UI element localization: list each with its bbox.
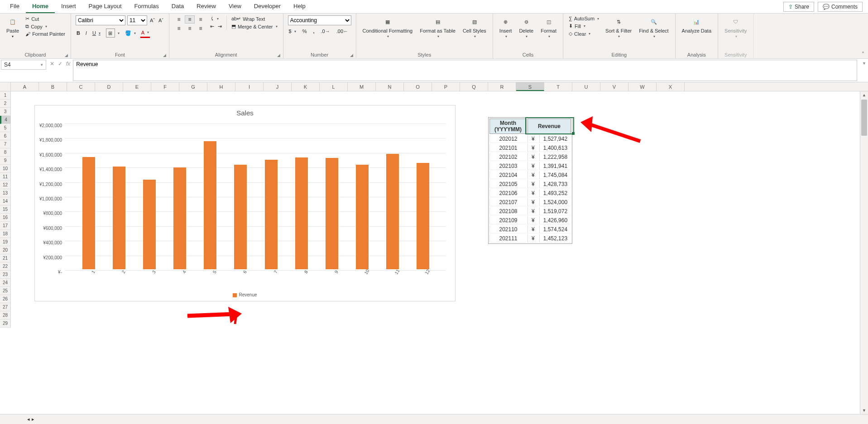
row-head-17[interactable]: 17 <box>0 222 11 230</box>
orientation-button[interactable]: ⤹ <box>209 15 223 22</box>
chart-bar[interactable] <box>265 160 278 269</box>
underline-button[interactable]: U <box>91 28 101 38</box>
table-row[interactable]: 202105 ¥ 1,428,733 <box>489 180 571 188</box>
table-row[interactable]: 202110 ¥ 1,574,524 <box>489 225 571 233</box>
tab-view[interactable]: View <box>222 0 248 13</box>
next-sheet-icon[interactable]: ▸ <box>32 416 34 422</box>
cut-button[interactable]: ✂ Cut <box>24 15 66 22</box>
cell-currency[interactable]: ¥ <box>528 171 538 179</box>
col-head-M[interactable]: M <box>348 82 376 91</box>
col-head-W[interactable]: W <box>628 82 657 91</box>
vertical-scrollbar[interactable]: ▲▼ <box>860 91 868 414</box>
table-row[interactable]: 202102 ¥ 1,222,958 <box>489 153 571 161</box>
sheet-tab-bar[interactable]: ◂ ▸ <box>0 414 868 424</box>
cell-month[interactable]: 202107 <box>489 198 527 206</box>
fill-color-button[interactable]: 🪣 <box>124 28 137 38</box>
merge-center-button[interactable]: ⬒ Merge & Center <box>230 23 278 30</box>
data-table[interactable]: Month (YYYYMM) Revenue 202012 ¥ 1,527,94… <box>488 117 572 244</box>
col-head-G[interactable]: G <box>179 82 207 91</box>
name-box[interactable]: S4▾ <box>1 60 46 70</box>
font-size-select[interactable]: 11 <box>127 15 147 25</box>
tab-page-layout[interactable]: Page Layout <box>82 0 128 13</box>
cell-value[interactable]: 1,524,000 <box>539 198 571 206</box>
italic-button[interactable]: I <box>85 28 88 38</box>
cell-month[interactable]: 202110 <box>489 225 527 233</box>
row-head-15[interactable]: 15 <box>0 205 11 214</box>
prev-sheet-icon[interactable]: ◂ <box>27 416 30 422</box>
increase-indent-button[interactable]: ⇥ <box>217 23 223 30</box>
find-select-button[interactable]: 🔍Find & Select <box>637 15 670 39</box>
bold-button[interactable]: B <box>76 28 81 38</box>
decrease-indent-button[interactable]: ⇤ <box>209 23 215 30</box>
col-head-K[interactable]: K <box>292 82 320 91</box>
cancel-formula-icon[interactable]: ✕ <box>50 61 54 67</box>
decrease-decimal-button[interactable]: .00← <box>336 28 349 34</box>
cell-currency[interactable]: ¥ <box>528 225 538 233</box>
row-head-12[interactable]: 12 <box>0 181 11 189</box>
increase-decimal-button[interactable]: .0→ <box>320 28 331 34</box>
clear-button[interactable]: ◇ Clear <box>568 30 600 37</box>
row-head-1[interactable]: 1 <box>0 91 11 100</box>
col-head-C[interactable]: C <box>67 82 95 91</box>
cell-currency[interactable]: ¥ <box>528 198 538 206</box>
chart-bar[interactable] <box>143 180 156 269</box>
row-head-22[interactable]: 22 <box>0 262 11 271</box>
decrease-font-button[interactable]: Aˇ <box>158 15 164 25</box>
cell-value[interactable]: 1,745,084 <box>539 171 571 179</box>
collapse-ribbon-button[interactable]: ˄ <box>858 50 868 58</box>
cell-currency[interactable]: ¥ <box>528 207 538 215</box>
col-head-E[interactable]: E <box>123 82 151 91</box>
insert-cells-button[interactable]: ⊕Insert <box>498 15 514 39</box>
cell-value[interactable]: 1,391,941 <box>539 162 571 170</box>
tab-review[interactable]: Review <box>190 0 222 13</box>
cell-value[interactable]: 1,426,960 <box>539 216 571 224</box>
chart-bar[interactable] <box>386 154 399 269</box>
row-head-13[interactable]: 13 <box>0 189 11 197</box>
cell-value[interactable]: 1,222,958 <box>539 153 571 161</box>
sensitivity-button[interactable]: 🛡Sensitivity <box>723 15 749 39</box>
tab-help[interactable]: Help <box>287 0 312 13</box>
fill-button[interactable]: ⬇ Fill <box>568 23 600 29</box>
chart-bar[interactable] <box>295 157 308 269</box>
table-row[interactable]: 202109 ¥ 1,426,960 <box>489 216 571 224</box>
col-head-V[interactable]: V <box>600 82 628 91</box>
paste-button[interactable]: 📋 Paste▾ <box>5 15 21 39</box>
cell-month[interactable]: 202105 <box>489 180 527 188</box>
cell-value[interactable]: 1,527,942 <box>539 135 571 143</box>
table-row[interactable]: 202107 ¥ 1,524,000 <box>489 198 571 206</box>
row-head-8[interactable]: 8 <box>0 148 11 157</box>
col-head-J[interactable]: J <box>264 82 292 91</box>
tab-formulas[interactable]: Formulas <box>128 0 165 13</box>
col-head-S[interactable]: S <box>516 82 544 91</box>
col-head-B[interactable]: B <box>39 82 67 91</box>
chart-bar[interactable] <box>326 158 338 269</box>
conditional-formatting-button[interactable]: ▦Conditional Formatting <box>361 15 415 39</box>
copy-button[interactable]: ⧉ Copy <box>24 23 66 30</box>
cell-styles-button[interactable]: ▧Cell Styles <box>461 15 488 39</box>
increase-font-button[interactable]: Aˆ <box>149 15 156 25</box>
cell-month[interactable]: 202104 <box>489 171 527 179</box>
col-head-D[interactable]: D <box>95 82 123 91</box>
chart-bar[interactable] <box>113 167 125 269</box>
cell-currency[interactable]: ¥ <box>528 180 538 188</box>
row-head-10[interactable]: 10 <box>0 165 11 173</box>
cell-currency[interactable]: ¥ <box>528 135 538 143</box>
format-cells-button[interactable]: ◫Format <box>539 15 558 39</box>
row-head-16[interactable]: 16 <box>0 214 11 222</box>
cell-currency[interactable]: ¥ <box>528 144 538 152</box>
enter-formula-icon[interactable]: ✓ <box>58 61 62 67</box>
cell-value[interactable]: 1,519,072 <box>539 207 571 215</box>
cell-currency[interactable]: ¥ <box>528 234 538 243</box>
cell-currency[interactable]: ¥ <box>528 153 538 161</box>
analyze-data-button[interactable]: 📊Analyze Data <box>680 15 713 34</box>
cell-month[interactable]: 202102 <box>489 153 527 161</box>
comments-button[interactable]: 💬Comments <box>818 2 863 12</box>
col-head-P[interactable]: P <box>432 82 460 91</box>
cell-value[interactable]: 1,574,524 <box>539 225 571 233</box>
share-button[interactable]: ⇪Share <box>783 2 814 12</box>
number-format-select[interactable]: Accounting <box>288 15 351 25</box>
row-head-26[interactable]: 26 <box>0 295 11 303</box>
tab-home[interactable]: Home <box>26 0 55 13</box>
row-head-25[interactable]: 25 <box>0 287 11 295</box>
autosum-button[interactable]: ∑ AutoSum <box>568 15 600 22</box>
